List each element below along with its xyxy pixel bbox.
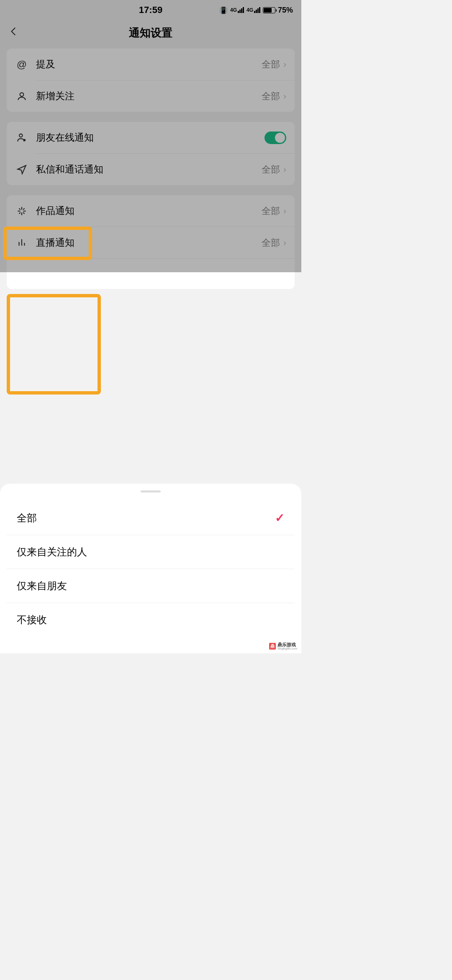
options-bottom-sheet: 全部 ✓ 仅来自关注的人 仅来自朋友 不接收 [0, 484, 301, 653]
battery-icon [263, 7, 275, 13]
check-icon: ✓ [275, 511, 285, 525]
option-label: 仅来自关注的人 [17, 545, 285, 559]
row-label: 直播通知 [36, 236, 262, 249]
watermark: 鼎 鼎乐游戏 dinglegifts.com [267, 642, 299, 651]
row-value: 全部 [262, 58, 280, 71]
chevron-right-icon: › [283, 59, 286, 69]
settings-card-content: 作品通知 全部 › 直播通知 全部 › [7, 195, 295, 289]
option-followed[interactable]: 仅来自关注的人 [7, 535, 295, 569]
signal-bars-icon [238, 7, 244, 13]
watermark-name: 鼎乐游戏 [277, 642, 297, 647]
row-new-follower[interactable]: 新增关注 全部 › [7, 80, 295, 112]
person-icon [15, 91, 28, 102]
signal-bars-icon [254, 7, 260, 13]
option-label: 不接收 [17, 613, 285, 627]
send-icon [15, 164, 28, 175]
row-label: 提及 [36, 58, 262, 71]
row-label: 朋友在线通知 [36, 131, 265, 144]
svg-point-1 [19, 134, 23, 137]
row-label: 私信和通话通知 [36, 163, 262, 176]
person-dot-icon [15, 132, 28, 143]
row-label: 新增关注 [36, 90, 262, 103]
row-dm-call[interactable]: 私信和通话通知 全部 › [7, 154, 295, 185]
at-icon: @ [15, 59, 28, 70]
back-button[interactable] [8, 26, 19, 40]
chevron-right-icon: › [283, 238, 286, 248]
option-label: 仅来自朋友 [17, 579, 285, 593]
status-right: 📳 4G 4G 75% [198, 6, 293, 15]
vibrate-icon: 📳 [219, 6, 228, 14]
annotation-highlight-options [7, 294, 101, 395]
sparkle-icon [15, 206, 28, 217]
row-value: 全部 [262, 205, 280, 217]
signal-1: 4G [230, 7, 244, 13]
page-title: 通知设置 [8, 26, 293, 40]
option-label: 全部 [17, 511, 275, 525]
status-bar: 17:59 📳 4G 4G 75% [0, 0, 301, 20]
option-all[interactable]: 全部 ✓ [7, 501, 295, 535]
svg-point-2 [23, 139, 26, 141]
options-list: 全部 ✓ 仅来自关注的人 仅来自朋友 不接收 [7, 501, 295, 637]
settings-card-interactions: @ 提及 全部 › 新增关注 全部 › [7, 49, 295, 112]
status-time: 17:59 [103, 5, 198, 15]
chevron-right-icon: › [283, 165, 286, 174]
chevron-right-icon: › [283, 91, 286, 101]
settings-card-social: 朋友在线通知 私信和通话通知 全部 › [7, 122, 295, 185]
row-live[interactable]: 直播通知 全部 › [7, 227, 295, 258]
signal-2: 4G [247, 7, 260, 13]
row-works[interactable]: 作品通知 全部 › [7, 195, 295, 227]
watermark-logo-icon: 鼎 [269, 643, 276, 650]
svg-point-0 [20, 93, 24, 96]
toggle-friend-online[interactable] [265, 132, 286, 144]
battery-percent: 75% [278, 6, 293, 15]
row-value: 全部 [262, 237, 280, 249]
drag-handle[interactable] [141, 490, 161, 493]
watermark-url: dinglegifts.com [277, 647, 297, 650]
chevron-right-icon: › [283, 206, 286, 216]
row-partial[interactable] [7, 259, 295, 289]
row-friend-online[interactable]: 朋友在线通知 [7, 122, 295, 153]
chevron-left-icon [8, 26, 19, 37]
page-header: 通知设置 [0, 20, 301, 45]
option-none[interactable]: 不接收 [7, 603, 295, 637]
row-value: 全部 [262, 90, 280, 103]
option-friends[interactable]: 仅来自朋友 [7, 569, 295, 603]
row-mention[interactable]: @ 提及 全部 › [7, 49, 295, 80]
row-label: 作品通知 [36, 204, 262, 217]
row-value: 全部 [262, 163, 280, 176]
live-bars-icon [15, 237, 28, 248]
